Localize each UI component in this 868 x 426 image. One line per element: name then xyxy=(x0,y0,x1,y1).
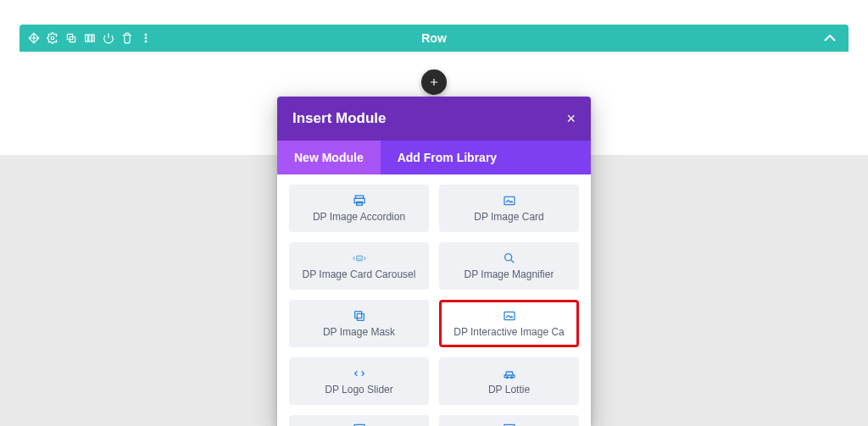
svg-point-8 xyxy=(145,41,147,42)
module-label: DP Logo Slider xyxy=(325,384,393,396)
module-grid: DP Image Accordion DP Image Card DP Imag… xyxy=(289,185,579,426)
svg-rect-4 xyxy=(89,35,92,41)
close-icon[interactable]: × xyxy=(566,111,576,126)
module-dp-interactive-image-card[interactable]: DP Interactive Image Ca xyxy=(439,300,579,347)
svg-point-14 xyxy=(504,254,511,261)
row-toolbar: Row xyxy=(19,25,849,52)
module-peek-right[interactable] xyxy=(439,415,579,426)
svg-point-6 xyxy=(145,34,147,36)
columns-icon[interactable] xyxy=(82,30,97,46)
module-label: DP Lottie xyxy=(488,384,530,396)
module-dp-lottie[interactable]: DP Lottie xyxy=(439,357,579,405)
image-icon xyxy=(503,422,516,426)
tab-add-from-library[interactable]: Add From Library xyxy=(381,141,514,174)
svg-point-7 xyxy=(145,37,147,39)
svg-rect-3 xyxy=(86,35,88,41)
trash-icon[interactable] xyxy=(120,30,135,46)
printer-icon xyxy=(353,194,366,207)
search-icon xyxy=(503,252,516,265)
image-icon xyxy=(503,194,516,207)
modal-body: DP Image Accordion DP Image Card DP Imag… xyxy=(277,174,591,426)
module-label: DP Interactive Image Ca xyxy=(453,326,565,338)
modal-title: Insert Module xyxy=(292,110,387,127)
image-icon xyxy=(503,309,516,323)
image-icon xyxy=(353,422,366,426)
arrows-icon xyxy=(353,367,366,380)
svg-rect-16 xyxy=(357,313,364,320)
car-icon xyxy=(503,367,516,380)
module-label: DP Image Card xyxy=(474,211,543,223)
module-label: DP Image Card Carousel xyxy=(303,268,416,280)
modal-header: Insert Module × xyxy=(277,97,591,141)
svg-point-0 xyxy=(51,36,54,40)
svg-rect-15 xyxy=(354,312,361,318)
module-dp-logo-slider[interactable]: DP Logo Slider xyxy=(289,357,429,405)
module-peek-left[interactable] xyxy=(289,415,429,426)
svg-rect-5 xyxy=(92,35,94,41)
move-icon[interactable] xyxy=(26,30,42,46)
svg-rect-13 xyxy=(356,256,361,261)
insert-module-modal: Insert Module × New Module Add From Libr… xyxy=(277,97,591,426)
module-dp-image-card-carousel[interactable]: DP Image Card Carousel xyxy=(289,242,429,290)
module-label: DP Image Mask xyxy=(323,326,395,338)
more-icon[interactable] xyxy=(138,30,153,46)
module-label: DP Image Magnifier xyxy=(465,268,554,280)
add-module-button[interactable] xyxy=(421,69,447,95)
collapse-icon[interactable] xyxy=(820,28,840,48)
modal-tabs: New Module Add From Library xyxy=(277,141,591,174)
module-dp-image-accordion[interactable]: DP Image Accordion xyxy=(289,185,429,232)
module-dp-image-mask[interactable]: DP Image Mask xyxy=(289,300,429,347)
power-icon[interactable] xyxy=(101,30,116,46)
carousel-icon xyxy=(353,252,366,265)
gear-icon[interactable] xyxy=(45,30,60,46)
module-label: DP Image Accordion xyxy=(313,211,405,223)
module-dp-image-magnifier[interactable]: DP Image Magnifier xyxy=(439,242,579,290)
layers-icon xyxy=(353,309,366,323)
tab-new-module[interactable]: New Module xyxy=(277,141,381,174)
module-dp-image-card[interactable]: DP Image Card xyxy=(439,185,579,232)
duplicate-icon[interactable] xyxy=(64,30,79,46)
